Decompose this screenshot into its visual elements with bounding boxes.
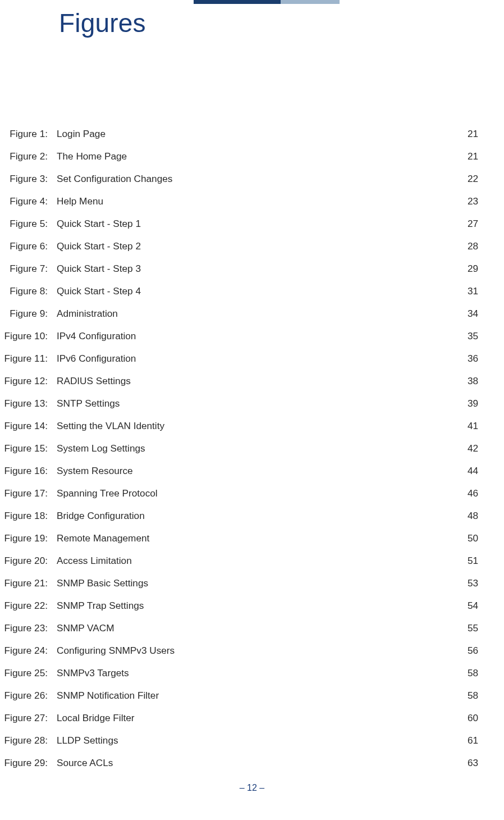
figure-title: System Resource	[57, 465, 456, 477]
figure-title: RADIUS Settings	[57, 375, 456, 387]
figure-label: Figure 23:	[3, 622, 57, 634]
figure-label: Figure 24:	[3, 645, 57, 657]
figure-page: 54	[456, 600, 478, 612]
figure-label: Figure 17:	[3, 488, 57, 499]
figure-title: SNMPv3 Targets	[57, 667, 456, 679]
figure-entry[interactable]: Figure 8:Quick Start - Step 431	[3, 285, 478, 308]
figure-title: Quick Start - Step 3	[57, 263, 456, 275]
figure-entry[interactable]: Figure 16:System Resource44	[3, 465, 478, 488]
figure-page: 60	[456, 712, 478, 724]
figure-entry[interactable]: Figure 1:Login Page21	[3, 128, 478, 151]
page-number: – 12 –	[0, 783, 504, 793]
figure-entry[interactable]: Figure 11:IPv6 Configuration36	[3, 353, 478, 375]
figure-entry[interactable]: Figure 24:Configuring SNMPv3 Users56	[3, 645, 478, 667]
figure-page: 34	[456, 308, 478, 320]
figure-entry[interactable]: Figure 20:Access Limitation51	[3, 555, 478, 577]
figure-label: Figure 8:	[3, 285, 57, 297]
figure-entry[interactable]: Figure 22:SNMP Trap Settings54	[3, 600, 478, 622]
figure-entry[interactable]: Figure 25:SNMPv3 Targets58	[3, 667, 478, 690]
figure-entry[interactable]: Figure 14:Setting the VLAN Identity41	[3, 420, 478, 443]
figure-label: Figure 16:	[3, 465, 57, 477]
figure-page: 58	[456, 667, 478, 679]
figure-entry[interactable]: Figure 7:Quick Start - Step 329	[3, 263, 478, 285]
figure-entry[interactable]: Figure 9:Administration34	[3, 308, 478, 330]
figure-title: Source ACLs	[57, 757, 456, 769]
figure-entry[interactable]: Figure 3:Set Configuration Changes22	[3, 173, 478, 195]
figure-label: Figure 20:	[3, 555, 57, 567]
figure-title: Help Menu	[57, 195, 456, 207]
figure-label: Figure 26:	[3, 690, 57, 701]
figure-label: Figure 21:	[3, 577, 57, 589]
figure-label: Figure 14:	[3, 420, 57, 432]
figure-page: 44	[456, 465, 478, 477]
figure-entry[interactable]: Figure 2:The Home Page21	[3, 151, 478, 173]
figure-page: 29	[456, 263, 478, 275]
figure-label: Figure 4:	[3, 195, 57, 207]
figure-page: 41	[456, 420, 478, 432]
figure-label: Figure 25:	[3, 667, 57, 679]
figure-title: SNMP VACM	[57, 622, 456, 634]
figure-entry[interactable]: Figure 19:Remote Management50	[3, 532, 478, 555]
figure-page: 46	[456, 488, 478, 499]
figure-page: 55	[456, 622, 478, 634]
figure-page: 61	[456, 735, 478, 746]
figure-entry[interactable]: Figure 10:IPv4 Configuration35	[3, 330, 478, 353]
figure-label: Figure 10:	[3, 330, 57, 342]
figure-entry[interactable]: Figure 26:SNMP Notification Filter58	[3, 690, 478, 712]
figure-label: Figure 6:	[3, 240, 57, 252]
header-decoration	[194, 0, 340, 4]
figure-entry[interactable]: Figure 6:Quick Start - Step 228	[3, 240, 478, 263]
figure-entry[interactable]: Figure 29:Source ACLs63	[3, 757, 478, 780]
figure-title: Spanning Tree Protocol	[57, 488, 456, 499]
figure-page: 39	[456, 398, 478, 409]
figure-page: 48	[456, 510, 478, 522]
figure-page: 53	[456, 577, 478, 589]
figure-entry[interactable]: Figure 5:Quick Start - Step 127	[3, 218, 478, 240]
figure-label: Figure 18:	[3, 510, 57, 522]
figure-entry[interactable]: Figure 28:LLDP Settings61	[3, 735, 478, 757]
figure-title: Local Bridge Filter	[57, 712, 456, 724]
figure-label: Figure 29:	[3, 757, 57, 769]
figure-label: Figure 28:	[3, 735, 57, 746]
figure-title: Quick Start - Step 4	[57, 285, 456, 297]
figure-page: 23	[456, 195, 478, 207]
figure-title: Administration	[57, 308, 456, 320]
figure-page: 36	[456, 353, 478, 365]
figure-label: Figure 9:	[3, 308, 57, 320]
figure-entry[interactable]: Figure 27:Local Bridge Filter60	[3, 712, 478, 735]
figure-title: Quick Start - Step 2	[57, 240, 456, 252]
figure-title: Configuring SNMPv3 Users	[57, 645, 456, 657]
figure-page: 22	[456, 173, 478, 185]
figure-entry[interactable]: Figure 12:RADIUS Settings38	[3, 375, 478, 398]
figure-entry[interactable]: Figure 17:Spanning Tree Protocol46	[3, 488, 478, 510]
figure-entry[interactable]: Figure 18:Bridge Configuration48	[3, 510, 478, 532]
figure-page: 63	[456, 757, 478, 769]
figure-title: Setting the VLAN Identity	[57, 420, 456, 432]
figure-page: 50	[456, 532, 478, 544]
figure-page: 21	[456, 151, 478, 162]
figure-page: 21	[456, 128, 478, 140]
figure-entry[interactable]: Figure 15:System Log Settings42	[3, 443, 478, 465]
figure-page: 51	[456, 555, 478, 567]
figures-list: Figure 1:Login Page21Figure 2:The Home P…	[3, 128, 478, 780]
figure-title: Access Limitation	[57, 555, 456, 567]
figure-page: 38	[456, 375, 478, 387]
figure-page: 56	[456, 645, 478, 657]
figure-entry[interactable]: Figure 23:SNMP VACM55	[3, 622, 478, 645]
figure-entry[interactable]: Figure 21:SNMP Basic Settings53	[3, 577, 478, 600]
figure-title: SNMP Trap Settings	[57, 600, 456, 612]
figure-entry[interactable]: Figure 13:SNTP Settings39	[3, 398, 478, 420]
figure-label: Figure 11:	[3, 353, 57, 365]
figure-entry[interactable]: Figure 4:Help Menu23	[3, 195, 478, 218]
figure-label: Figure 7:	[3, 263, 57, 275]
figure-label: Figure 22:	[3, 600, 57, 612]
figure-label: Figure 13:	[3, 398, 57, 409]
figure-title: IPv4 Configuration	[57, 330, 456, 342]
figure-title: SNMP Basic Settings	[57, 577, 456, 589]
figure-label: Figure 3:	[3, 173, 57, 185]
figure-title: Set Configuration Changes	[57, 173, 456, 185]
figure-page: 58	[456, 690, 478, 701]
figure-label: Figure 5:	[3, 218, 57, 230]
page-title: Figures	[59, 8, 146, 38]
figure-label: Figure 27:	[3, 712, 57, 724]
